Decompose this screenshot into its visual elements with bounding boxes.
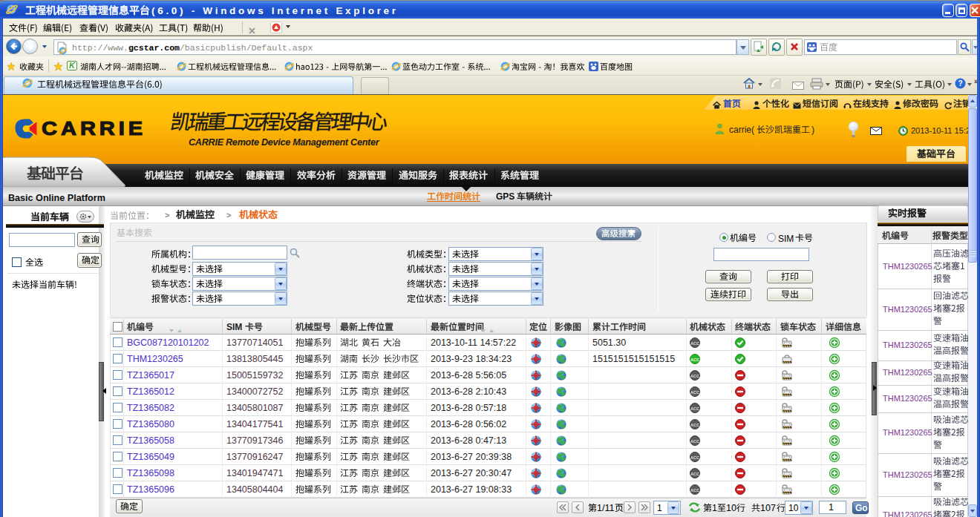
svg-text:ACC: ACC [690,488,699,493]
svg-text:ACC: ACC [690,341,699,346]
svg-text:ACC: ACC [690,472,699,476]
svg-text:ACC: ACC [690,439,699,444]
svg-text:?: ? [958,79,962,88]
svg-text:ACC: ACC [690,455,699,460]
svg-text:ACC: ACC [690,390,699,395]
svg-text:ACC: ACC [690,374,699,378]
svg-text:ACC: ACC [690,358,699,362]
svg-text:ACC: ACC [690,406,699,411]
svg-text:ACC: ACC [690,423,699,427]
